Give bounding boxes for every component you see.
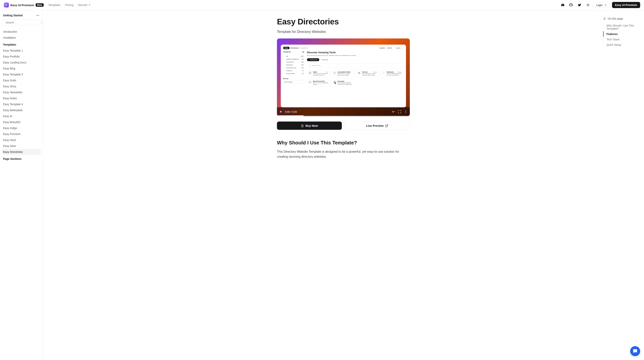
buy-now-button[interactable]: Buy Now (277, 122, 342, 130)
preview-tool-card: ●My AI Front Desk24/7 AI Phone Reception… (307, 79, 330, 87)
fullscreen-icon[interactable] (398, 110, 401, 113)
external-link-icon (385, 124, 388, 127)
video-time: 0:00 / 0:38 (285, 110, 297, 113)
nav-pricing[interactable]: Pricing (65, 3, 73, 6)
svg-point-7 (310, 65, 310, 66)
discord-icon[interactable] (560, 2, 566, 8)
sidebar-item-template[interactable]: Easy Beautiful (2, 119, 41, 125)
sidebar-item-template[interactable]: Easy Indigo (2, 125, 41, 131)
svg-point-2 (38, 15, 38, 16)
preview-brand: Easy Directories +8 spots left (283, 47, 308, 49)
why-paragraph: This Directory Website Template is desig… (277, 149, 410, 159)
toc-title: On this page (608, 17, 623, 20)
toc-item[interactable]: Why Should I Use This Template? (603, 23, 642, 31)
why-heading: Why Should I Use This Template? (277, 140, 410, 146)
sidebar-item-template[interactable]: Easy Landing Docs (2, 60, 41, 65)
theme-toggle-icon[interactable] (585, 2, 591, 8)
preview-category: ▫Chatbots30 (283, 69, 304, 72)
more-icon[interactable] (36, 14, 40, 17)
live-preview-label: Live Preview (366, 124, 384, 127)
search-input[interactable]: ⌘ K (2, 19, 40, 25)
nav-discord-label: Discord (78, 3, 87, 6)
main-content: Easy Directories Template for Directory … (43, 10, 644, 360)
sidebar-item-template[interactable]: Easy AI (2, 113, 41, 119)
video-progress[interactable] (277, 115, 410, 116)
page-sections-title: Page Sections (2, 155, 41, 162)
getting-started-title: Getting Started (3, 14, 22, 17)
brand-logo[interactable]: Easy UI Premium Beta (4, 2, 44, 7)
preview-categories-title: Categories (283, 51, 291, 53)
list-icon (603, 17, 606, 20)
sidebar-item-template[interactable]: Easy Template 4 (2, 101, 41, 107)
login-button[interactable]: Login (593, 2, 610, 8)
table-of-contents: On this page Why Should I Use This Templ… (602, 10, 644, 54)
preview-category: ▫Productivity206 (283, 61, 304, 63)
sidebar-item-template[interactable]: Easy Notes (2, 95, 41, 101)
svg-point-10 (406, 110, 406, 111)
preview-spots: +8 spots left (300, 47, 308, 49)
app-header: Easy UI Premium Beta Templates Pricing D… (0, 0, 644, 10)
video-player[interactable]: Easy Directories +8 spots left Analytics… (277, 38, 410, 116)
preview-tool-card: ●Launchable StudioGet MVP in 2-4 weeks. … (332, 70, 355, 77)
external-link-icon (88, 4, 91, 6)
preview-submit: Submit (388, 47, 392, 49)
play-icon[interactable] (279, 110, 282, 113)
chevron-right-icon: › (401, 47, 402, 49)
login-label: Login (596, 4, 602, 6)
preview-submit-tool: + Submit tool (307, 58, 319, 61)
mute-icon[interactable] (392, 110, 395, 113)
sidebar-item-template[interactable]: Easy Story (2, 83, 41, 89)
nav-templates[interactable]: Templates (48, 3, 61, 6)
svg-point-3 (38, 15, 39, 16)
page-subtitle: Template for Directory Websites (277, 30, 410, 34)
sidebar-item-template[interactable]: Easy Premium (2, 131, 41, 137)
sidebar-item-template[interactable]: Easy Grids (2, 77, 41, 83)
svg-rect-13 (302, 126, 303, 127)
more-icon[interactable] (404, 110, 408, 113)
search-field[interactable] (6, 21, 39, 24)
preview-subscribe: Subscribe (321, 58, 329, 61)
play-icon (4, 2, 9, 7)
buy-now-label: Buy Now (306, 124, 318, 127)
live-preview-button[interactable]: Live Preview (344, 122, 410, 130)
sidebar-item-template[interactable]: Easy Blog (2, 66, 41, 71)
preview-category: ▫All1000 (283, 55, 304, 58)
brand-name: Easy UI Premium (10, 3, 34, 7)
sidebar-item-template[interactable]: Easy Glow (2, 143, 41, 149)
sidebar-item-introduction[interactable]: Introduction (2, 29, 41, 35)
preview-hero-title: Discover Amazing Tools (307, 51, 404, 54)
toc-item[interactable]: Quick Setup (603, 42, 642, 47)
sidebar-item-template[interactable]: Easy Newsletter (2, 89, 41, 95)
sidebar-item-template[interactable]: Easy Boilerplate (2, 107, 41, 113)
sidebar-item-template[interactable]: Easy Template 1 (2, 48, 41, 53)
header-left: Easy UI Premium Beta Templates Pricing D… (4, 2, 91, 7)
premium-cta-button[interactable]: Easy UI Premium (612, 2, 640, 8)
github-icon[interactable] (568, 2, 574, 8)
sidebar-header: Getting Started (2, 14, 41, 19)
app-preview: Easy Directories +8 spots left Analytics… (281, 45, 406, 107)
sidebar-item-template[interactable]: Easy Directories (2, 149, 41, 155)
sidebar-item-installation[interactable]: Installation (2, 35, 41, 41)
sidebar-item-template[interactable]: Easy Template 3 (2, 72, 41, 77)
svg-rect-5 (303, 51, 304, 53)
sidebar-item-template[interactable]: Easy Haze (2, 137, 41, 143)
toc-item[interactable]: Features (603, 31, 642, 37)
preview-category: ▫Artificial intelligence182 (283, 58, 304, 61)
sidebar: Getting Started ⌘ K Introduction Install… (0, 10, 43, 360)
sidebar-item-template[interactable]: Easy Portfolio (2, 54, 41, 59)
preview-analytics: Analytics (380, 47, 385, 49)
toc-item[interactable]: Tech Stack (603, 37, 642, 42)
preview-brand-word: Directories (291, 47, 299, 49)
twitter-icon[interactable] (576, 2, 582, 8)
svg-point-11 (406, 112, 406, 112)
preview-tool-card: nNiceboard3 dealsStart a profitable job … (381, 70, 404, 77)
beta-badge: Beta (36, 3, 44, 7)
page-title: Easy Directories (277, 17, 410, 26)
preview-category: ▫Marketing182 (283, 63, 304, 66)
lock-icon (301, 124, 304, 127)
nav-discord[interactable]: Discord (78, 3, 90, 6)
collapse-icon (302, 51, 304, 53)
preview-brand-pill: Easy (283, 47, 290, 49)
chat-fab[interactable] (630, 346, 640, 356)
preview-tool-card: 2525.tools1 dealOne subscription, all th… (356, 70, 379, 77)
